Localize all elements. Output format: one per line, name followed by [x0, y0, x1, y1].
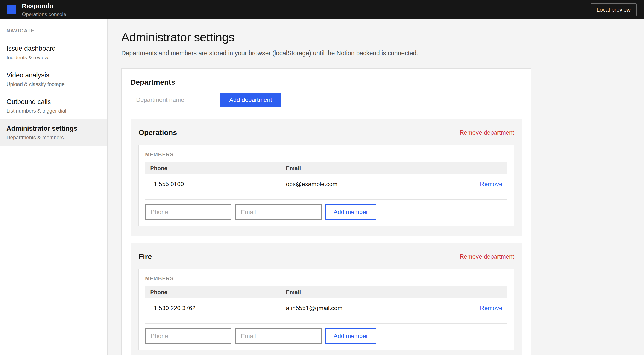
page-subtitle: Departments and members are stored in yo… [121, 50, 644, 57]
sidebar-item-video-analysis[interactable]: Video analysis Upload & classify footage [0, 66, 107, 93]
member-phone: +1 555 0100 [150, 181, 286, 188]
sidebar-item-outbound-calls[interactable]: Outbound calls List numbers & trigger di… [0, 93, 107, 119]
department-name: Operations [138, 128, 177, 137]
member-email-input[interactable] [235, 204, 322, 220]
sidebar: NAVIGATE Issue dashboard Incidents & rev… [0, 19, 108, 355]
remove-department-link[interactable]: Remove department [460, 253, 514, 260]
sidebar-item-label: Outbound calls [6, 98, 101, 106]
member-email: atin5551@gmail.com [286, 305, 468, 311]
add-member-button[interactable]: Add member [326, 328, 376, 344]
table-spacer [145, 194, 508, 200]
brand-text: Respondo Operations console [22, 2, 66, 18]
members-card: MEMBERS Phone Email +1 530 220 3762 atin… [138, 269, 514, 350]
department-header: Operations Remove department [138, 128, 514, 137]
brand-logo-icon [7, 5, 16, 14]
add-department-button[interactable]: Add department [220, 93, 281, 107]
members-table: Phone Email +1 555 0100 ops@example.com … [145, 162, 508, 200]
members-table-header: Phone Email [145, 286, 508, 298]
member-phone: +1 530 220 3762 [150, 305, 286, 311]
members-table-header: Phone Email [145, 162, 508, 174]
member-phone-input[interactable] [145, 328, 232, 344]
members-card: MEMBERS Phone Email +1 555 0100 ops@exam… [138, 145, 514, 226]
brand: Respondo Operations console [7, 2, 66, 18]
department-header: Fire Remove department [138, 252, 514, 261]
member-email-input[interactable] [235, 328, 322, 344]
sidebar-item-issue-dashboard[interactable]: Issue dashboard Incidents & review [0, 39, 107, 66]
department-panel-operations: Operations Remove department MEMBERS Pho… [130, 119, 522, 236]
sidebar-item-administrator-settings[interactable]: Administrator settings Departments & mem… [0, 119, 107, 146]
sidebar-item-description: Departments & members [6, 134, 101, 141]
phone-column-header: Phone [150, 165, 286, 172]
brand-name: Respondo [22, 2, 66, 10]
add-department-form: Add department [130, 93, 522, 107]
remove-member-link[interactable]: Remove [480, 305, 502, 311]
department-panel-fire: Fire Remove department MEMBERS Phone Ema… [130, 243, 522, 355]
department-name: Fire [138, 252, 152, 261]
app-header: Respondo Operations console Local previe… [0, 0, 644, 19]
local-preview-button[interactable]: Local preview [590, 4, 637, 16]
sidebar-section-label: NAVIGATE [6, 28, 107, 34]
email-column-header: Email [286, 289, 468, 296]
department-name-input[interactable] [130, 93, 216, 107]
add-member-form: Add member [145, 328, 508, 344]
sidebar-item-label: Issue dashboard [6, 45, 101, 53]
departments-heading: Departments [130, 78, 522, 86]
remove-department-link[interactable]: Remove department [460, 129, 514, 136]
sidebar-item-description: Incidents & review [6, 54, 101, 61]
sidebar-nav: Issue dashboard Incidents & review Video… [0, 39, 107, 146]
page-title: Administrator settings [121, 30, 644, 44]
email-column-header: Email [286, 165, 468, 172]
member-phone-input[interactable] [145, 204, 232, 220]
brand-subtitle: Operations console [22, 12, 66, 18]
member-row: +1 555 0100 ops@example.com Remove [145, 174, 508, 194]
remove-member-link[interactable]: Remove [480, 181, 502, 187]
sidebar-item-description: List numbers & trigger dial [6, 108, 101, 114]
add-member-button[interactable]: Add member [326, 204, 376, 220]
departments-card: Departments Add department Operations Re… [121, 68, 531, 355]
sidebar-item-label: Administrator settings [6, 124, 101, 133]
add-member-form: Add member [145, 204, 508, 220]
phone-column-header: Phone [150, 289, 286, 296]
members-table: Phone Email +1 530 220 3762 atin5551@gma… [145, 286, 508, 324]
sidebar-item-label: Video analysis [6, 71, 101, 79]
member-email: ops@example.com [286, 181, 468, 188]
app-shell: NAVIGATE Issue dashboard Incidents & rev… [0, 19, 644, 355]
sidebar-item-description: Upload & classify footage [6, 81, 101, 88]
table-spacer [145, 318, 508, 324]
members-label: MEMBERS [145, 152, 508, 158]
main-content: Administrator settings Departments and m… [108, 19, 644, 355]
member-row: +1 530 220 3762 atin5551@gmail.com Remov… [145, 298, 508, 318]
members-label: MEMBERS [145, 275, 508, 281]
